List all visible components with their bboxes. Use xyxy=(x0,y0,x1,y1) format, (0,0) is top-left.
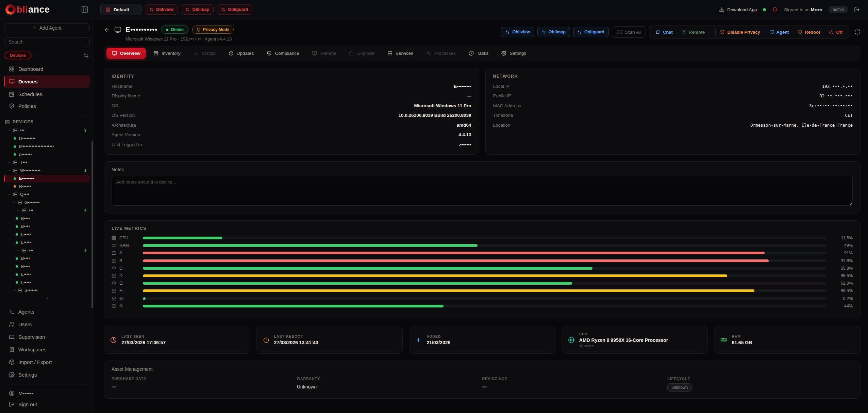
metric-bar-fill xyxy=(143,259,769,262)
chat-button[interactable]: Chat xyxy=(651,26,677,38)
sidebar-user[interactable]: M•••••• xyxy=(4,388,90,399)
metric-bar-track xyxy=(143,267,826,270)
tree-expand-row[interactable] xyxy=(5,296,89,300)
sidebar-item-settings[interactable]: Settings xyxy=(4,369,90,381)
oblimap-device-button[interactable]: Oblimap xyxy=(537,27,570,37)
info-card-last-reboot: LAST REBOOT27/03/2026 13:41:43 xyxy=(256,326,403,354)
disable-privacy-button[interactable]: Disable Privacy xyxy=(716,26,764,38)
tree-device[interactable]: R•••••• xyxy=(4,182,90,191)
server-icon xyxy=(13,160,18,165)
sidebar-item-supervision[interactable]: Supervision xyxy=(4,331,90,343)
scan-all-button[interactable]: Scan All xyxy=(612,26,646,38)
oblimap-button[interactable]: Oblimap xyxy=(181,4,214,15)
swap-icon xyxy=(578,30,582,34)
chevron-down-icon xyxy=(12,289,16,292)
tree-item-label: L••••• xyxy=(21,232,31,237)
power-off-button[interactable]: Off xyxy=(824,26,847,38)
tree-device[interactable]: D••••••••• xyxy=(4,134,90,143)
tree-group[interactable]: •••4 xyxy=(4,247,90,255)
agent-button[interactable]: Agent xyxy=(765,26,794,38)
obliguard-device-button[interactable]: Obliguard xyxy=(573,27,609,37)
server-icon xyxy=(17,200,22,205)
network-row: Public IP82.••.•••.••• xyxy=(493,91,853,101)
tab-inventory[interactable]: Inventory xyxy=(148,48,186,59)
tab-compliance[interactable]: Compliance xyxy=(261,48,304,59)
tree-group[interactable]: G•••••••• xyxy=(4,198,90,207)
refresh-page-icon[interactable] xyxy=(854,29,861,35)
sidebar-item-schedules[interactable]: Schedules xyxy=(4,89,90,100)
identity-label: Display Name xyxy=(112,93,140,98)
identity-row: Last Logged In.••••••• xyxy=(112,140,471,149)
tree-group[interactable]: •••3 xyxy=(4,127,90,135)
tree-device[interactable]: M••••••••••••••••••••• xyxy=(4,143,90,151)
metric-row-cpu: CPU11.6% xyxy=(112,234,853,242)
back-button[interactable] xyxy=(104,27,110,33)
tree-group[interactable]: S••••••• xyxy=(4,287,90,295)
tree-item-label: Q•••• xyxy=(20,192,29,197)
obliview-button[interactable]: Obliview xyxy=(145,4,178,15)
tree-device[interactable]: L••••• xyxy=(4,231,90,239)
tree-item-label: B•••• xyxy=(21,264,30,269)
connection-status-dot xyxy=(763,8,766,11)
tab-services[interactable]: Services xyxy=(382,48,419,59)
tree-device[interactable]: d••••••• xyxy=(4,150,90,159)
tab-settings[interactable]: Settings xyxy=(496,48,532,59)
asset-value: — xyxy=(482,384,668,390)
network-row: MAC Address3c:••:••:••:••:•• xyxy=(493,101,853,111)
tab-tasks[interactable]: Tasks xyxy=(463,48,494,59)
add-agent-button[interactable]: Add Agent xyxy=(4,23,90,32)
sidebar-item-dashboard[interactable]: Dashboard xyxy=(4,63,90,75)
tree-device[interactable]: L••••• xyxy=(4,271,90,279)
swap-icon[interactable] xyxy=(83,52,89,58)
tree-item-label: L••••• xyxy=(21,240,31,245)
server-icon xyxy=(13,128,18,133)
remote-button[interactable]: Remote xyxy=(677,26,716,38)
download-app-button[interactable]: Download App xyxy=(719,7,757,12)
sidebar-item-agents[interactable]: Agents xyxy=(4,306,90,318)
notes-panel: Notes xyxy=(104,161,861,213)
tree-device[interactable]: B•••• xyxy=(4,215,90,223)
tree-device[interactable]: E•••••••• xyxy=(4,175,90,183)
logout-icon[interactable] xyxy=(854,7,860,13)
tree-device[interactable]: L••••• xyxy=(4,239,90,247)
product-label: Oblimap xyxy=(192,7,209,12)
metric-bar-track xyxy=(143,244,826,247)
sidebar-item-devices[interactable]: Devices xyxy=(4,75,90,88)
status-dot-online xyxy=(16,225,18,228)
sign-out-button[interactable]: Sign out xyxy=(4,399,90,410)
online-label: Online xyxy=(171,27,183,32)
tree-item-label: B•••• xyxy=(21,256,30,261)
notifications-bell-icon[interactable] xyxy=(772,7,778,13)
workspace-name: Default xyxy=(114,7,129,12)
workspace-selector[interactable]: Default xyxy=(100,4,141,15)
sidebar-item-import-export[interactable]: Import / Export xyxy=(4,356,90,368)
tab-updates[interactable]: Updates xyxy=(223,48,259,59)
tree-group[interactable]: •••4 xyxy=(4,207,90,215)
tree-device[interactable]: B•••• xyxy=(4,223,90,231)
device-subtitle: Microsoft Windows 11 Pro · 192.•••.•.•• … xyxy=(126,36,234,42)
status-dot-warning xyxy=(14,185,16,188)
tree-device[interactable]: B•••• xyxy=(4,263,90,271)
sidebar-item-workspaces[interactable]: Workspaces xyxy=(4,344,90,355)
metric-bar-fill xyxy=(143,289,754,292)
tree-group[interactable]: T••• xyxy=(4,159,90,167)
tree-device[interactable]: L••••• xyxy=(4,279,90,287)
tree-group[interactable]: Q•••• xyxy=(4,191,90,199)
sidebar-item-users[interactable]: Users xyxy=(4,318,90,330)
sidebar-scrollbar[interactable] xyxy=(91,141,93,308)
tree-group[interactable]: W•••••••••••1 xyxy=(4,166,90,175)
devices-filter-pill[interactable]: Devices xyxy=(5,52,31,59)
tab-overview[interactable]: Overview xyxy=(106,48,146,59)
tree-device[interactable]: B•••• xyxy=(4,255,90,263)
metric-percent: 49% xyxy=(826,243,853,248)
obliview-device-button[interactable]: Obliview xyxy=(501,27,534,37)
reboot-button[interactable]: Reboot xyxy=(793,26,824,38)
notes-textarea[interactable] xyxy=(112,176,853,206)
sidebar-collapse-icon[interactable] xyxy=(81,6,88,13)
notes-title: Notes xyxy=(112,167,853,172)
search-input[interactable] xyxy=(4,37,90,47)
info-card-label: ADDED xyxy=(427,334,450,338)
package-icon xyxy=(9,359,15,365)
obliguard-button[interactable]: Obliguard xyxy=(217,4,252,15)
sidebar-item-policies[interactable]: Policies xyxy=(4,100,90,112)
